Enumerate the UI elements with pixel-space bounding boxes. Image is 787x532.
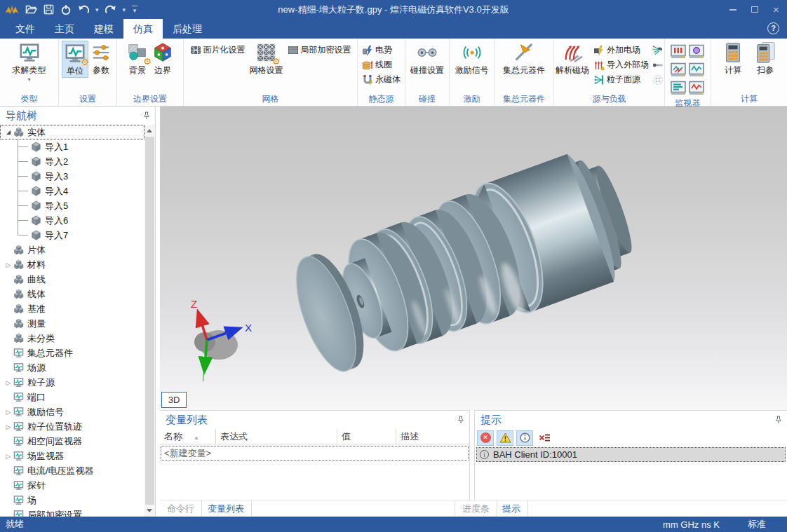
maximize-button[interactable]	[744, 0, 765, 19]
pin-icon[interactable]	[457, 416, 465, 424]
tree-item-import5[interactable]: 导入5	[0, 198, 144, 213]
bars-monitor-button[interactable]	[671, 81, 687, 97]
open-file-button[interactable]	[25, 4, 37, 15]
expander-expanded-icon[interactable]: ◢	[4, 129, 13, 135]
magnet-button[interactable]: 永磁体	[360, 72, 403, 87]
tree-item-measure[interactable]: 测量	[0, 316, 144, 331]
analytic-field-button[interactable]: 解析磁场	[553, 41, 591, 76]
clear-messages-button[interactable]	[536, 430, 553, 446]
tree-item-current-voltage-monitor[interactable]: 电流/电压监视器	[0, 463, 144, 478]
tree-item-sheets[interactable]: 片体	[0, 243, 144, 257]
collision-settings-button[interactable]: 碰撞设置	[408, 41, 446, 76]
mesh-settings-button[interactable]: ⚙ 网格设置	[248, 41, 285, 76]
tree-item-import1[interactable]: 导入1	[0, 139, 144, 154]
field-arrow-monitor-button[interactable]	[671, 62, 687, 79]
viewport-3d[interactable]: Z X 3D	[160, 107, 787, 410]
tree-item-lumped-elements[interactable]: 集总元器件	[0, 346, 144, 360]
expander-collapsed-icon[interactable]: ▷	[4, 261, 13, 268]
tab-file[interactable]: 文件	[6, 19, 45, 39]
tree-item-field-monitor[interactable]: ▷场监视器	[0, 449, 144, 463]
waveform-monitor-button[interactable]	[689, 62, 706, 79]
potential-button[interactable]: 电势	[360, 43, 394, 57]
boundary-button[interactable]: 边界	[150, 41, 175, 76]
tree-item-field-source[interactable]: 场源	[0, 360, 144, 375]
compute-button[interactable]: 计算	[720, 41, 746, 76]
tree-item-ports[interactable]: 端口	[0, 390, 144, 404]
tree-item-import7[interactable]: 导入7	[0, 228, 144, 243]
unit-button[interactable]: ⚙ 单位	[62, 41, 88, 78]
tab-tips[interactable]: 提示	[495, 500, 528, 517]
tree-scrollbar[interactable]	[144, 125, 155, 517]
column-header-value[interactable]: 值	[337, 429, 396, 444]
tab-postprocess[interactable]: 后处理	[163, 19, 212, 39]
warning-filter-button[interactable]	[497, 430, 513, 446]
probe-source-button[interactable]	[651, 57, 665, 72]
expander-collapsed-icon[interactable]: ▷	[4, 423, 13, 430]
scroll-up-arrow-icon[interactable]	[147, 129, 152, 132]
tree-item-phase-space-monitor[interactable]: 相空间监视器	[0, 434, 144, 449]
external-efield-button[interactable]: 外加电场	[591, 43, 643, 57]
tree-item-curves[interactable]: 曲线	[0, 272, 144, 287]
minimize-button[interactable]	[722, 0, 744, 19]
tree-item-import6[interactable]: 导入6	[0, 213, 144, 228]
lumped-elements-button[interactable]: 集总元器件	[501, 41, 547, 76]
import-external-field-button[interactable]: 导入外部场	[591, 57, 651, 72]
status-standard-mode[interactable]: 标准	[748, 518, 766, 531]
facet-settings-button[interactable]: 面片化设置	[188, 43, 248, 57]
tree-item-probe[interactable]: 探针	[0, 478, 144, 493]
new-variable-row[interactable]: <新建变量>	[161, 446, 469, 461]
tree-item-import4[interactable]: 导入4	[0, 184, 144, 198]
undo-button[interactable]	[78, 5, 89, 15]
tree-item-particle-trajectory[interactable]: ▷粒子位置轨迹	[0, 419, 144, 434]
disabled-source-button[interactable]	[651, 72, 665, 87]
expander-collapsed-icon[interactable]: ▷	[4, 379, 13, 386]
current-monitor-button[interactable]	[689, 81, 706, 97]
column-header-expression[interactable]: 表达式	[216, 429, 337, 444]
tree-item-uncategorized[interactable]: 未分类	[0, 331, 144, 346]
excitation-signal-button[interactable]: 激励信号	[453, 41, 491, 76]
phase-monitor-button[interactable]	[689, 44, 706, 61]
redo-button[interactable]	[105, 5, 116, 15]
background-button[interactable]: ⚙ 背景	[125, 41, 150, 76]
tab-modeling[interactable]: 建模	[84, 19, 123, 39]
redo-dropdown-caret[interactable]: ▾	[123, 6, 126, 13]
tab-home[interactable]: 主页	[45, 19, 84, 39]
tab-variable-list[interactable]: 变量列表	[201, 500, 252, 517]
tree-item-solids[interactable]: ◢实体	[0, 125, 144, 139]
undo-dropdown-caret[interactable]: ▾	[95, 6, 99, 13]
solve-type-button[interactable]: 求解类型 ▾	[11, 41, 48, 84]
tree-item-excitation-signal[interactable]: ▷激励信号	[0, 404, 144, 419]
local-refine-settings-button[interactable]: 局部加密设置	[285, 43, 354, 57]
info-filter-button[interactable]	[516, 430, 533, 446]
customize-toolbar-button[interactable]: ▾	[132, 6, 137, 14]
close-button[interactable]: ×	[765, 0, 787, 19]
tab-command-line[interactable]: 命令行	[160, 500, 202, 517]
scrollbar-thumb[interactable]	[145, 137, 154, 505]
tab-progress-bar[interactable]: 进度条	[455, 500, 497, 517]
status-units[interactable]: mm GHz ns K	[663, 519, 720, 530]
coil-button[interactable]: 线圈	[360, 57, 394, 72]
particle-monitor-button[interactable]	[671, 44, 687, 61]
expander-collapsed-icon[interactable]: ▷	[4, 409, 13, 416]
tree-item-wires[interactable]: 线体	[0, 287, 144, 301]
scroll-down-arrow-icon[interactable]	[147, 509, 152, 512]
pin-icon[interactable]	[774, 416, 783, 424]
tip-message-row[interactable]: i BAH Client ID:10001	[476, 447, 786, 462]
pin-icon[interactable]	[142, 111, 151, 120]
tree-item-materials[interactable]: ▷材料	[0, 257, 144, 272]
save-button[interactable]	[43, 4, 54, 15]
column-header-name[interactable]: 名称▲	[160, 429, 216, 444]
tab-simulation[interactable]: 仿真	[123, 19, 163, 39]
tree-item-field[interactable]: 场	[0, 493, 144, 507]
tree-item-local-refine[interactable]: 局部加密设置	[0, 507, 144, 517]
parameters-button[interactable]: 参数	[88, 41, 114, 76]
column-header-description[interactable]: 描述	[396, 429, 469, 444]
power-button[interactable]	[60, 4, 72, 15]
particle-emitter-button[interactable]	[651, 43, 665, 57]
tree-item-import2[interactable]: 导入2	[0, 154, 144, 169]
view-3d-tab[interactable]: 3D	[161, 392, 187, 408]
tree-item-import3[interactable]: 导入3	[0, 169, 144, 184]
help-icon[interactable]: ?	[767, 22, 779, 34]
particle-surface-source-button[interactable]: 粒子面源	[591, 72, 643, 87]
tree-item-particle-source[interactable]: ▷粒子源	[0, 375, 144, 390]
